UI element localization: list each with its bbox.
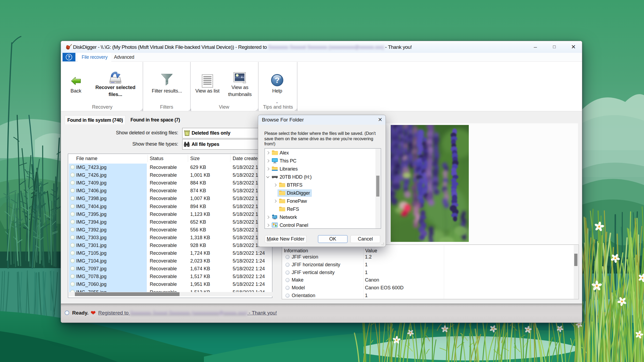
svg-text:?: ? (275, 76, 280, 84)
svg-text:?: ? (68, 55, 70, 60)
